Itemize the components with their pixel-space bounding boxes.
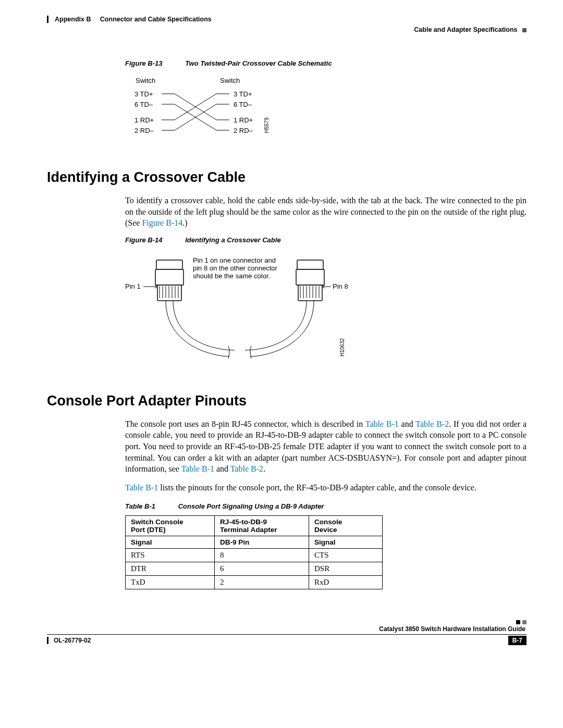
svg-text:6 TD–: 6 TD– (134, 101, 153, 108)
table-b1-caption: Table B-1 Console Port Signaling Using a… (125, 502, 527, 510)
crossover-cable-svg: text { font-family: Arial, Helvetica, sa… (125, 252, 365, 372)
pin1-label: Pin 1 (125, 282, 141, 290)
svg-text:6 TD–: 6 TD– (234, 101, 252, 108)
running-header: Appendix B Connector and Cable Specifica… (47, 16, 527, 23)
page-number: B-7 (508, 636, 527, 645)
svg-rect-33 (297, 260, 323, 269)
subheader: Signal (126, 536, 215, 549)
running-subheader: Cable and Adapter Specifications (47, 26, 527, 33)
xref-table-b1-b[interactable]: Table B-1 (181, 464, 214, 473)
figure-b14-label: Figure B-14 (125, 236, 163, 244)
subheader: DB-9 Pin (215, 536, 309, 549)
header-marker-icon (522, 28, 527, 32)
chapter-title: Connector and Cable Specifications (100, 16, 212, 23)
figure-b14-caption: Figure B-14 Identifying a Crossover Cabl… (125, 236, 527, 244)
figure-b14-title: Identifying a Crossover Cable (185, 236, 281, 244)
xref-table-b1-a[interactable]: Table B-1 (365, 419, 399, 428)
svg-text:3 TD+: 3 TD+ (134, 90, 153, 98)
table-row: RTS 8 CTS (126, 549, 383, 562)
appendix-label: Appendix B (55, 16, 91, 23)
footer-marker-icon (516, 620, 520, 624)
left-switch-label: Switch (136, 77, 155, 84)
svg-text:3 TD+: 3 TD+ (234, 90, 252, 98)
table-row: TxD 2 RxD (126, 576, 383, 589)
xref-table-b1-c[interactable]: Table B-1 (125, 483, 158, 492)
figure-b13-label: Figure B-13 (125, 59, 163, 67)
col-header: Switch ConsolePort (DTE) (126, 516, 215, 536)
table-row: DTR 6 DSR (126, 562, 383, 576)
figure-b14: text { font-family: Arial, Helvetica, sa… (125, 252, 527, 372)
footer-docnum: OL-26779-02 (47, 637, 91, 644)
subheader: Signal (309, 536, 383, 549)
drawing-id: H10632 (339, 338, 345, 356)
table-b1-title: Console Port Signaling Using a DB-9 Adap… (178, 502, 324, 510)
subsection-title: Cable and Adapter Specifications (414, 26, 517, 33)
svg-text:should be the same color.: should be the same color. (193, 272, 270, 280)
figure-b13: text { font-family: Arial, Helvetica, sa… (125, 76, 527, 149)
footer-guide-title: Catalyst 3850 Switch Hardware Installati… (47, 625, 527, 633)
svg-text:1 RD+: 1 RD+ (134, 116, 154, 124)
svg-text:Pin 1 on one connector and: Pin 1 on one connector and (193, 256, 276, 264)
paragraph-crossover: To identify a crossover cable, hold the … (125, 195, 527, 229)
svg-text:1 RD+: 1 RD+ (234, 116, 253, 124)
svg-rect-35 (298, 285, 322, 301)
crossover-schematic-svg: text { font-family: Arial, Helvetica, sa… (125, 76, 292, 149)
table-b1-label: Table B-1 (125, 502, 155, 510)
svg-text:2 RD–: 2 RD– (134, 127, 154, 134)
pin8-label: Pin 8 (333, 282, 348, 290)
right-switch-label: Switch (220, 77, 240, 84)
paragraph-console-1: The console port uses an 8-pin RJ-45 con… (125, 418, 527, 475)
page-footer: Catalyst 3850 Switch Hardware Installati… (47, 615, 527, 645)
footer-marker-icon (522, 620, 527, 624)
figure-b13-caption: Figure B-13 Two Twisted-Pair Crossover C… (125, 59, 527, 67)
col-header: RJ-45-to-DB-9Terminal Adapter (215, 516, 309, 536)
svg-rect-25 (157, 285, 181, 301)
xref-table-b2-a[interactable]: Table B-2 (415, 419, 449, 428)
table-b1: Switch ConsolePort (DTE) RJ-45-to-DB-9Te… (125, 515, 383, 589)
svg-rect-24 (155, 269, 183, 285)
xref-figure-b14[interactable]: Figure B-14 (142, 218, 182, 227)
figure-b13-title: Two Twisted-Pair Crossover Cable Schemat… (185, 59, 332, 67)
xref-table-b2-b[interactable]: Table B-2 (230, 464, 263, 473)
svg-text:pin 8 on the other connector: pin 8 on the other connector (193, 264, 278, 272)
drawing-id: H5579 (264, 117, 270, 133)
col-header: ConsoleDevice (309, 516, 383, 536)
svg-text:2 RD–: 2 RD– (234, 127, 253, 134)
svg-rect-34 (296, 269, 324, 285)
paragraph-console-2: Table B-1 lists the pinouts for the cons… (125, 482, 527, 493)
section-identifying-crossover: Identifying a Crossover Cable (47, 169, 527, 186)
section-console-port-adapter: Console Port Adapter Pinouts (47, 393, 527, 409)
svg-rect-23 (156, 260, 182, 269)
